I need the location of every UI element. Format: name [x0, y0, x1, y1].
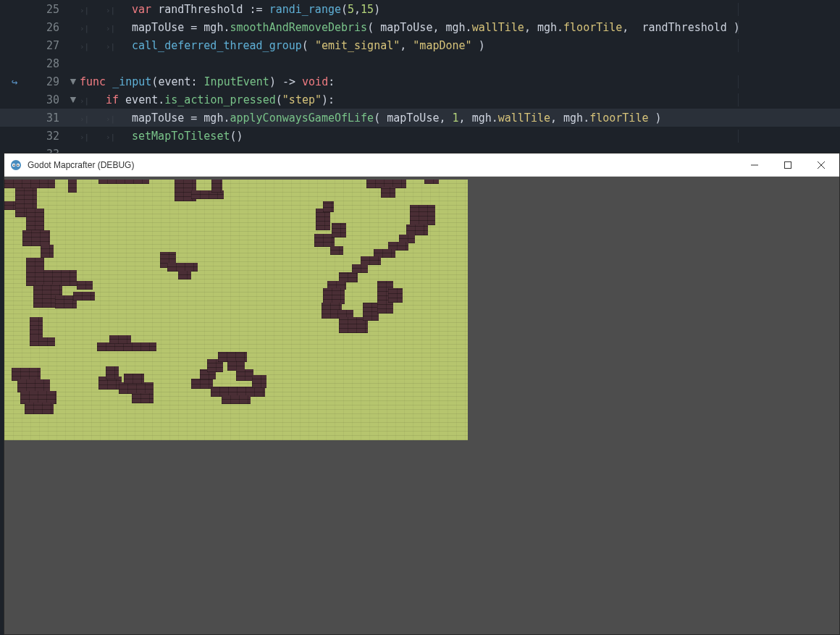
- window-controls: [738, 154, 838, 176]
- indent-guide-icon: ›|: [106, 133, 132, 142]
- code-content[interactable]: ›|if event.is_action_pressed("step"):: [80, 93, 840, 106]
- code-token: 1: [453, 112, 459, 125]
- code-token: 5: [348, 3, 354, 16]
- code-token: ): [472, 39, 485, 52]
- code-token: ,: [439, 112, 452, 125]
- code-token: randThreshold: [642, 21, 726, 34]
- code-token: (: [374, 112, 387, 125]
- code-token: [184, 112, 190, 125]
- code-token: [197, 21, 203, 34]
- wall-tile: [236, 369, 253, 381]
- code-content[interactable]: ›|›|mapToUse = mgh.smoothAndRemoveDebris…: [80, 21, 840, 34]
- code-line[interactable]: 30⯆›|if event.is_action_pressed("step"):: [0, 91, 840, 109]
- code-token: ,: [400, 39, 413, 52]
- wall-tile: [211, 180, 222, 193]
- code-line[interactable]: 25›|›|var randThreshold := randi_range(5…: [0, 0, 840, 18]
- line-number: 32: [29, 130, 67, 143]
- code-token: floorTile: [589, 112, 648, 125]
- code-token: mgh: [537, 21, 557, 34]
- wall-tile: [132, 393, 154, 403]
- code-line[interactable]: 31›|›|mapToUse = mgh.applyConwaysGameOfL…: [0, 109, 840, 127]
- code-token: .: [492, 112, 498, 125]
- code-token: (: [341, 3, 348, 16]
- wall-tile: [68, 180, 77, 193]
- wall-tile: [98, 180, 149, 184]
- code-token: call_deferred_thread_group: [132, 39, 302, 52]
- line-number: 26: [29, 21, 67, 34]
- code-token: .: [466, 21, 472, 34]
- code-token: ,: [432, 21, 445, 34]
- wall-tile: [22, 230, 50, 246]
- fold-arrow-icon[interactable]: ⯆: [67, 77, 80, 85]
- godot-app-icon: [10, 159, 22, 171]
- code-token: :: [328, 75, 335, 88]
- code-line[interactable]: 27›|›|call_deferred_thread_group( "emit_…: [0, 36, 840, 54]
- maximize-button[interactable]: [771, 154, 805, 176]
- wall-tile: [363, 303, 379, 321]
- code-token: InputEvent: [204, 75, 269, 88]
- wall-tile: [252, 375, 266, 388]
- code-token: :=: [250, 3, 263, 16]
- wall-tile: [124, 374, 144, 384]
- code-line[interactable]: 32›|›|setMapToTileset(): [0, 127, 840, 145]
- code-token: mgh: [472, 112, 492, 125]
- code-token: randThreshold: [158, 3, 243, 16]
- wall-tile: [30, 317, 43, 339]
- code-content[interactable]: func _input(event: InputEvent) -> void:: [80, 75, 840, 88]
- code-content[interactable]: ›|›|setMapToTileset(): [80, 130, 840, 143]
- code-token: is_action_pressed: [164, 93, 276, 106]
- code-token: ,: [524, 21, 537, 34]
- gutter-icon: ↪: [0, 76, 29, 88]
- indent-guide-icon: ›|: [80, 6, 106, 15]
- code-content[interactable]: ›|›|call_deferred_thread_group( "emit_si…: [80, 39, 840, 52]
- code-token: ): [648, 112, 661, 125]
- wall-tile: [191, 379, 213, 389]
- code-token: mgh: [563, 112, 583, 125]
- line-number: 25: [29, 3, 67, 16]
- code-token: wallTile: [472, 21, 524, 34]
- wall-tile: [41, 245, 54, 258]
- code-token: setMapToTileset: [132, 130, 230, 143]
- code-line[interactable]: ↪29⯆func _input(event: InputEvent) -> vo…: [0, 72, 840, 91]
- wall-tile: [25, 403, 54, 414]
- window-title-bar[interactable]: Godot Mapcrafter (DEBUG): [4, 154, 839, 177]
- wall-tile: [109, 335, 131, 344]
- wall-tile: [410, 205, 435, 225]
- wall-tile: [323, 201, 334, 212]
- code-token: smoothAndRemoveDebris: [230, 21, 367, 34]
- wall-tile: [77, 281, 93, 290]
- code-token: [151, 3, 158, 16]
- code-token: void: [302, 75, 328, 88]
- indent-guide-icon: ›|: [106, 6, 132, 15]
- code-line[interactable]: 26›|›|mapToUse = mgh.smoothAndRemoveDebr…: [0, 18, 840, 36]
- code-content[interactable]: ›|›|mapToUse = mgh.applyConwaysGameOfLif…: [80, 112, 840, 125]
- wall-tile: [106, 366, 119, 379]
- code-content[interactable]: ›|›|var randThreshold := randi_range(5,1…: [80, 3, 840, 16]
- wall-tile: [26, 209, 44, 230]
- minimize-button[interactable]: [738, 154, 771, 176]
- code-token: randi_range: [269, 3, 341, 16]
- svg-rect-6: [785, 161, 791, 168]
- code-editor[interactable]: 25›|›|var randThreshold := randi_range(5…: [0, 0, 840, 163]
- wall-tile: [119, 382, 154, 394]
- code-token: mapToUse: [387, 112, 439, 125]
- line-number: 30: [29, 93, 67, 106]
- game-viewport[interactable]: [4, 177, 839, 634]
- indent-guide-icon: ›|: [106, 114, 132, 124]
- fold-arrow-icon[interactable]: ⯆: [67, 96, 80, 104]
- code-token: mapToUse: [380, 21, 432, 34]
- indent-guide-icon: ›|: [106, 24, 132, 33]
- code-token: (): [230, 130, 243, 143]
- code-token: "emit_signal": [315, 39, 400, 52]
- svg-point-3: [13, 164, 14, 166]
- wall-tile: [381, 187, 395, 198]
- wall-tile: [424, 180, 439, 184]
- wall-tile: [222, 395, 251, 404]
- wall-tile: [4, 180, 55, 188]
- close-button[interactable]: [805, 154, 838, 176]
- code-token: (: [302, 39, 315, 52]
- code-token: wallTile: [498, 112, 550, 125]
- code-line[interactable]: 28: [0, 54, 840, 72]
- indent-guide-icon: ›|: [80, 96, 106, 106]
- line-number: 31: [29, 112, 67, 125]
